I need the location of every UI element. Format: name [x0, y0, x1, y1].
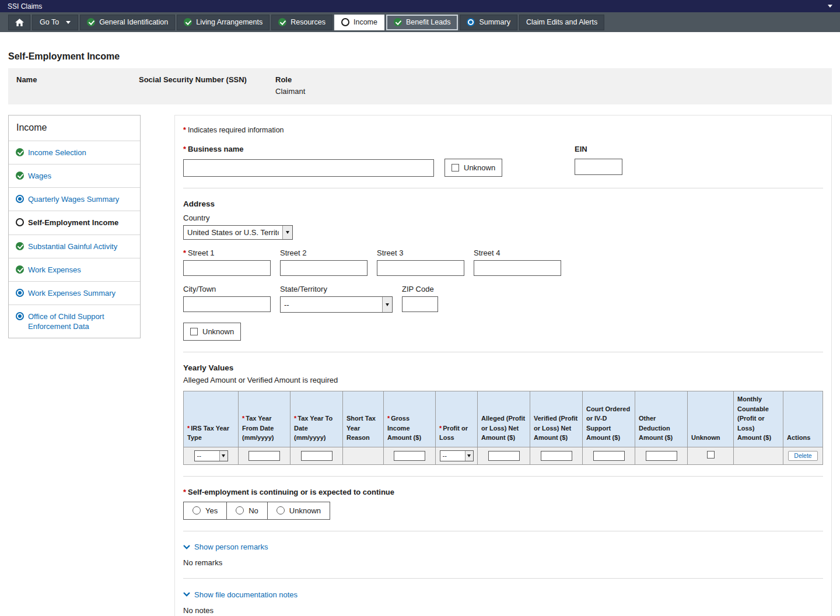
name-label: Name [16, 75, 139, 84]
yearly-values-heading: Yearly Values [183, 363, 823, 372]
sidebar-item-label: Wages [28, 171, 51, 181]
irs-tax-year-type-select[interactable]: -- [194, 450, 228, 461]
alleged-net-input[interactable] [488, 451, 520, 461]
gross-income-input[interactable] [394, 451, 425, 461]
col-header-label: Court Ordered or IV-D Support Amount ($) [586, 405, 630, 442]
nav-tab-income[interactable]: Income [334, 15, 384, 30]
continuing-option-no[interactable]: No [226, 502, 267, 519]
business-unknown-checkbox[interactable] [452, 164, 459, 172]
sidebar-item-substantial-gainful-activity[interactable]: Substantial Gainful Activity [9, 235, 140, 258]
collapse-caret-icon[interactable] [828, 5, 832, 8]
ein-label: EIN [575, 145, 622, 153]
sidebar-item-label: Self-Employment Income [28, 218, 118, 228]
col-header-profit-or-loss: *Profit or Loss [436, 391, 478, 447]
continuing-label: *Self-employment is continuing or is exp… [183, 488, 823, 496]
ein-input[interactable] [575, 159, 622, 175]
caret-down-icon [66, 21, 71, 24]
ssn-label: Social Security Number (SSN) [139, 75, 275, 84]
nav-tab-summary[interactable]: Summary [460, 15, 517, 30]
no-radio[interactable] [236, 506, 244, 514]
required-note: *Indicates required information [183, 126, 823, 134]
sidebar-item-quarterly-wages-summary[interactable]: Quarterly Wages Summary [9, 187, 140, 211]
address-heading: Address [183, 200, 823, 208]
street2-group: Street 2 [280, 249, 368, 276]
col-header-court-ordered: Court Ordered or IV-D Support Amount ($) [583, 391, 635, 447]
nav-tab-claim-edits-and-alerts[interactable]: Claim Edits and Alerts [519, 15, 604, 30]
business-name-group: *Business name Unknown [183, 145, 823, 177]
home-button[interactable] [8, 15, 30, 30]
tax-year-to-input[interactable] [301, 451, 332, 461]
cell-tax-year-to [290, 447, 343, 464]
sidebar-item-label: Quarterly Wages Summary [28, 194, 119, 204]
radio-label: Unknown [289, 506, 321, 515]
row-unknown-checkbox[interactable] [707, 451, 715, 459]
col-header-unknown: Unknown [688, 391, 734, 447]
name-value [16, 87, 139, 96]
sidebar-item-label: Work Expenses [28, 265, 81, 275]
unknown-radio[interactable] [276, 506, 285, 514]
street4-label: Street 4 [474, 249, 561, 257]
address-unknown-box[interactable]: Unknown [183, 323, 241, 341]
tax-year-from-input[interactable] [249, 451, 280, 461]
check-circle-icon [394, 18, 402, 26]
goto-button[interactable]: Go To [32, 15, 78, 30]
delete-row-button[interactable]: Delete [788, 451, 817, 461]
required-marker: * [183, 249, 186, 257]
verified-net-input[interactable] [541, 451, 572, 461]
cell-tax-year-from [239, 447, 290, 464]
street3-input[interactable] [377, 260, 464, 276]
nav-tab-label: Living Arrangements [196, 18, 262, 26]
nav-tab-resources[interactable]: Resources [271, 15, 332, 30]
sidebar-item-ocse-data[interactable]: Office of Child Support Enforcement Data [9, 304, 140, 338]
cell-other-deduction [635, 447, 688, 464]
sidebar-item-label: Substantial Gainful Activity [28, 242, 117, 251]
street1-label-text: Street 1 [188, 249, 215, 257]
col-header-other-deduction: Other Deduction Amount ($) [635, 391, 688, 447]
nav-tab-living-arrangements[interactable]: Living Arrangements [177, 15, 270, 30]
person-remarks-toggle[interactable]: Show person remarks [183, 542, 268, 551]
continuing-option-yes[interactable]: Yes [184, 502, 226, 519]
sidebar-item-work-expenses-summary[interactable]: Work Expenses Summary [9, 281, 140, 304]
street3-group: Street 3 [377, 249, 464, 276]
zip-input[interactable] [402, 296, 438, 312]
court-ordered-input[interactable] [593, 451, 625, 461]
file-notes-toggle[interactable]: Show file documentation notes [183, 590, 298, 599]
required-marker: * [387, 415, 390, 422]
content-area: Income Income Selection Wages Quarterly … [8, 115, 832, 616]
business-unknown-box[interactable]: Unknown [444, 159, 502, 177]
nav-bar: Go To General Identification Living Arra… [0, 12, 840, 32]
other-deduction-input[interactable] [646, 451, 677, 461]
nav-tab-general-identification[interactable]: General Identification [80, 15, 175, 30]
record-circle-icon [16, 195, 24, 203]
required-marker: * [187, 425, 190, 432]
sidebar: Income Income Selection Wages Quarterly … [8, 115, 141, 338]
sidebar-item-label: Income Selection [28, 148, 86, 158]
profit-or-loss-select[interactable]: -- [440, 450, 474, 461]
sidebar-item-work-expenses[interactable]: Work Expenses [9, 258, 140, 281]
country-select[interactable]: United States or U.S. Territory [183, 225, 293, 240]
address-unknown-checkbox[interactable] [190, 328, 198, 335]
street1-input[interactable] [183, 260, 271, 276]
yes-radio[interactable] [192, 506, 201, 514]
divider [183, 531, 823, 531]
street4-input[interactable] [474, 260, 561, 276]
business-name-label: *Business name [183, 145, 823, 153]
city-group: City/Town [183, 285, 271, 313]
cell-monthly-countable [734, 447, 783, 464]
page-title: Self-Employment Income [8, 51, 832, 62]
city-input[interactable] [183, 296, 271, 312]
required-marker: * [183, 488, 186, 496]
sidebar-item-wages[interactable]: Wages [9, 164, 140, 187]
col-header-alleged-net: Alleged (Profit or Loss) Net Amount ($) [478, 391, 530, 447]
main-panel: *Indicates required information *Busines… [174, 115, 832, 616]
sidebar-item-self-employment-income[interactable]: Self-Employment Income [9, 211, 140, 234]
continuing-option-unknown[interactable]: Unknown [267, 502, 330, 519]
sidebar-item-income-selection[interactable]: Income Selection [9, 141, 140, 164]
state-select[interactable]: -- [280, 296, 393, 313]
business-name-input[interactable] [183, 159, 434, 177]
street2-input[interactable] [280, 260, 368, 276]
goto-label: Go To [40, 18, 59, 26]
person-remarks-content: No remarks [183, 558, 823, 567]
role-label: Role [275, 75, 824, 84]
nav-tab-benefit-leads[interactable]: Benefit Leads [386, 15, 458, 30]
